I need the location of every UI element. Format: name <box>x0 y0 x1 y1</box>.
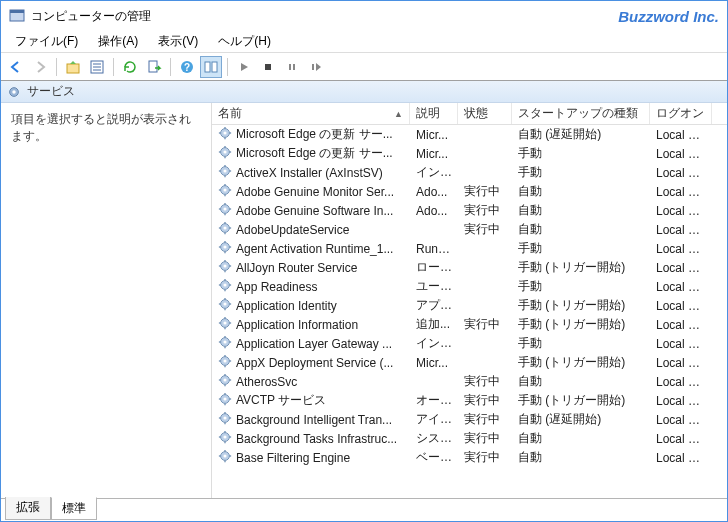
service-name: AdobeUpdateService <box>236 223 349 237</box>
service-startup: 自動 <box>512 449 650 466</box>
sort-asc-icon: ▲ <box>394 109 403 119</box>
menu-view[interactable]: 表示(V) <box>150 31 206 52</box>
service-state: 実行中 <box>458 202 512 219</box>
service-row[interactable]: AppX Deployment Service (...Micr...手動 (ト… <box>212 353 727 372</box>
tab-standard[interactable]: 標準 <box>51 497 97 520</box>
separator <box>56 58 57 76</box>
service-logon: Local S... <box>650 318 712 332</box>
service-row[interactable]: AtherosSvc実行中自動Local S... <box>212 372 727 391</box>
app-icon <box>9 8 25 24</box>
tab-strip: 拡張 標準 <box>1 498 727 521</box>
tab-extended[interactable]: 拡張 <box>5 497 51 520</box>
menu-help[interactable]: ヘルプ(H) <box>210 31 279 52</box>
gear-icon <box>7 85 21 99</box>
forward-button[interactable] <box>29 56 51 78</box>
service-state: 実行中 <box>458 221 512 238</box>
service-row[interactable]: Microsoft Edge の更新 サー...Micr...手動Local S… <box>212 144 727 163</box>
svg-point-79 <box>223 321 226 324</box>
service-logon: Local S... <box>650 432 712 446</box>
service-gear-icon <box>218 449 232 466</box>
svg-point-61 <box>223 264 226 267</box>
service-name: AppX Deployment Service (... <box>236 356 393 370</box>
service-desc: ベース... <box>410 449 458 466</box>
service-startup: 自動 <box>512 373 650 390</box>
svg-rect-2 <box>67 64 79 73</box>
col-logon[interactable]: ログオン <box>650 103 712 124</box>
svg-point-91 <box>223 359 226 362</box>
services-header-label: サービス <box>27 83 75 100</box>
export-button[interactable] <box>143 56 165 78</box>
service-row[interactable]: AdobeUpdateService実行中自動Local S... <box>212 220 727 239</box>
service-state: 実行中 <box>458 430 512 447</box>
back-button[interactable] <box>5 56 27 78</box>
col-desc[interactable]: 説明 <box>410 103 458 124</box>
service-logon: Local S... <box>650 147 712 161</box>
service-gear-icon <box>218 278 232 295</box>
svg-text:?: ? <box>184 62 190 73</box>
stop-button[interactable] <box>257 56 279 78</box>
service-startup: 手動 (トリガー開始) <box>512 354 650 371</box>
service-startup: 自動 (遅延開始) <box>512 411 650 428</box>
service-desc: ローカ... <box>410 259 458 276</box>
service-row[interactable]: AllJoyn Router Serviceローカ...手動 (トリガー開始)L… <box>212 258 727 277</box>
service-row[interactable]: Adobe Genuine Monitor Ser...Ado...実行中自動L… <box>212 182 727 201</box>
service-row[interactable]: AVCTP サービスオーデ...実行中手動 (トリガー開始)Local S... <box>212 391 727 410</box>
refresh-button[interactable] <box>119 56 141 78</box>
service-row[interactable]: Background Intelligent Tran...アイド...実行中自… <box>212 410 727 429</box>
col-name[interactable]: 名前▲ <box>212 103 410 124</box>
properties-button[interactable] <box>86 56 108 78</box>
svg-point-25 <box>223 150 226 153</box>
service-state: 実行中 <box>458 411 512 428</box>
service-startup: 手動 <box>512 240 650 257</box>
service-row[interactable]: ActiveX Installer (AxInstSV)インタ...手動Loca… <box>212 163 727 182</box>
service-desc: インタ... <box>410 335 458 352</box>
service-startup: 自動 (遅延開始) <box>512 126 650 143</box>
service-startup: 手動 (トリガー開始) <box>512 259 650 276</box>
service-name: ActiveX Installer (AxInstSV) <box>236 166 383 180</box>
column-options-button[interactable] <box>200 56 222 78</box>
svg-rect-15 <box>312 64 314 70</box>
service-name: Base Filtering Engine <box>236 451 350 465</box>
service-row[interactable]: Application Layer Gateway ...インタ...手動Loc… <box>212 334 727 353</box>
service-gear-icon <box>218 126 232 143</box>
service-gear-icon <box>218 411 232 428</box>
service-row[interactable]: Background Tasks Infrastruc...システ...実行中自… <box>212 429 727 448</box>
service-startup: 手動 <box>512 335 650 352</box>
service-logon: Local S... <box>650 128 712 142</box>
service-logon: Local S... <box>650 261 712 275</box>
service-gear-icon <box>218 221 232 238</box>
service-row[interactable]: Adobe Genuine Software In...Ado...実行中自動L… <box>212 201 727 220</box>
svg-point-17 <box>12 90 16 94</box>
help-button[interactable]: ? <box>176 56 198 78</box>
service-name: AVCTP サービス <box>236 392 326 409</box>
service-gear-icon <box>218 316 232 333</box>
service-row[interactable]: Application Identityアプリ...手動 (トリガー開始)Loc… <box>212 296 727 315</box>
service-desc: Runti... <box>410 242 458 256</box>
play-button[interactable] <box>233 56 255 78</box>
pause-button[interactable] <box>281 56 303 78</box>
menu-action[interactable]: 操作(A) <box>90 31 146 52</box>
service-row[interactable]: Microsoft Edge の更新 サー...Micr...自動 (遅延開始)… <box>212 125 727 144</box>
service-name: Adobe Genuine Monitor Ser... <box>236 185 394 199</box>
svg-rect-11 <box>212 62 217 72</box>
service-logon: Local S... <box>650 356 712 370</box>
restart-button[interactable] <box>305 56 327 78</box>
service-startup: 自動 <box>512 183 650 200</box>
menu-file[interactable]: ファイル(F) <box>7 31 86 52</box>
service-row[interactable]: App Readinessユーザ...手動Local S... <box>212 277 727 296</box>
service-desc: アイド... <box>410 411 458 428</box>
service-logon: Local S... <box>650 185 712 199</box>
col-state[interactable]: 状態 <box>458 103 512 124</box>
service-row[interactable]: Agent Activation Runtime_1...Runti...手動L… <box>212 239 727 258</box>
service-logon: Local S... <box>650 242 712 256</box>
service-logon: Local S... <box>650 280 712 294</box>
service-gear-icon <box>218 183 232 200</box>
col-startup[interactable]: スタートアップの種類 <box>512 103 650 124</box>
service-row[interactable]: Application Information追加...実行中手動 (トリガー開… <box>212 315 727 334</box>
service-row[interactable]: Base Filtering Engineベース...実行中自動Local S.… <box>212 448 727 467</box>
service-logon: Local S... <box>650 299 712 313</box>
service-state: 実行中 <box>458 316 512 333</box>
up-button[interactable] <box>62 56 84 78</box>
svg-rect-12 <box>265 64 271 70</box>
service-gear-icon <box>218 373 232 390</box>
